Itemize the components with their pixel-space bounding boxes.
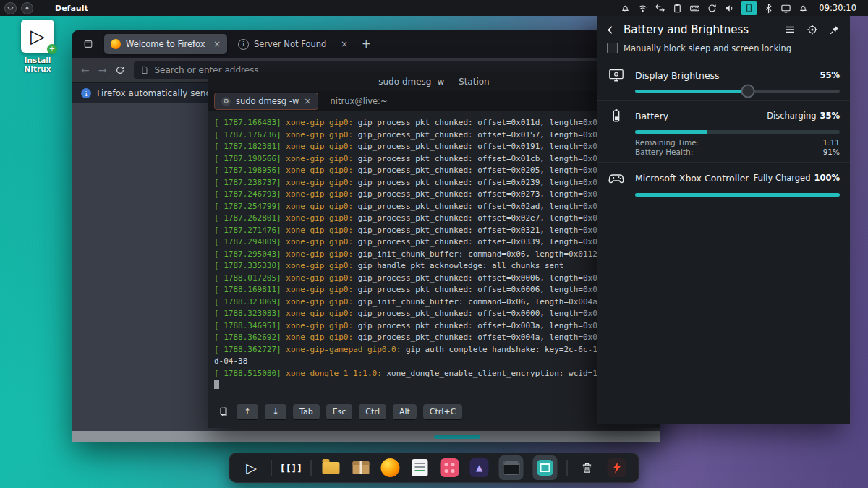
terminal-cursor xyxy=(214,380,219,389)
battery-health-label: Battery Health: xyxy=(635,147,693,156)
keyboard-icon[interactable] xyxy=(689,2,701,14)
terminal-keybar: ↑↓TabEscCtrlAltCtrl+C xyxy=(208,395,660,428)
terminal-line: [ 1787.182381] xone-gip gip0: gip_proces… xyxy=(214,141,654,153)
battery-health-value: 91% xyxy=(823,147,840,156)
purple-app-icon[interactable]: ▲ xyxy=(469,458,490,478)
terminal-line: [ 1787.335330] xone-gip gip0: gip_handle… xyxy=(214,260,654,273)
battery-charge-bar xyxy=(635,130,840,134)
nitrux-logo-icon[interactable]: ▷ xyxy=(242,458,262,478)
info-tab-icon: i xyxy=(238,39,249,50)
block-sleep-checkbox-row[interactable]: Manually block sleep and screen locking xyxy=(597,40,850,61)
game-controller-icon xyxy=(607,169,626,187)
terminal-key[interactable]: Ctrl+C xyxy=(423,404,462,419)
battery-label: Battery xyxy=(635,111,767,121)
nitrux-logo-icon: ▷ + xyxy=(21,20,54,53)
scrollbar-thumb[interactable] xyxy=(434,435,480,439)
tab-close-icon[interactable]: × xyxy=(304,96,311,106)
dock-separator xyxy=(271,460,272,476)
firefox-scrollbar[interactable] xyxy=(72,431,660,442)
terminal-line: d-04-38 xyxy=(214,356,654,368)
package-icon[interactable] xyxy=(351,458,371,478)
terminal-key[interactable]: Esc xyxy=(326,404,353,419)
install-label: Install Nitrux xyxy=(10,56,65,73)
terminal-line: [ 1788.515080] xone-dongle 1-1:1.0: xone… xyxy=(214,368,654,380)
dock-separator xyxy=(311,460,312,476)
terminal-tab-dmesg[interactable]: ⚙ sudo dmesg -w × xyxy=(214,93,318,110)
firefox-tab-server-not-found[interactable]: i Server Not Found × xyxy=(231,34,354,54)
battery-charge-fill xyxy=(635,130,707,134)
terminal-line: [ 1788.017205] xone-gip gip0: gip_proces… xyxy=(214,273,654,285)
gear-icon: ⚙ xyxy=(221,97,231,106)
station-terminal-window: sudo dmesg -w — Station ⚙ sudo dmesg -w … xyxy=(208,72,660,428)
tab-close-icon[interactable]: × xyxy=(213,39,221,49)
brightness-slider[interactable] xyxy=(635,90,840,93)
display-brightness-icon xyxy=(607,67,626,83)
controller-status: Fully Charged xyxy=(754,173,811,183)
top-panel: Default xyxy=(0,0,868,16)
terminal-key[interactable]: ↓ xyxy=(265,404,286,419)
clipboard-icon[interactable] xyxy=(671,2,684,14)
paste-icon[interactable] xyxy=(217,403,230,419)
controller-charge-bar xyxy=(635,193,840,197)
forward-button[interactable]: → xyxy=(98,64,107,76)
teal-app-active-icon[interactable] xyxy=(533,455,558,480)
remaining-time-row: Remaining Time: 1:11 xyxy=(635,138,840,147)
terminal-key[interactable]: Ctrl xyxy=(359,404,386,419)
slider-handle[interactable] xyxy=(741,85,754,98)
terminal-line xyxy=(214,380,654,392)
info-icon: i xyxy=(81,88,91,98)
station-active-icon[interactable] xyxy=(499,455,524,480)
controller-charge-fill xyxy=(635,193,840,197)
tab-overview-icon[interactable] xyxy=(80,35,97,53)
brightness-value: 55% xyxy=(820,70,840,80)
terminal-line: [ 1787.166483] xone-gip gip0: gip_proces… xyxy=(214,117,654,129)
terminal-titlebar[interactable]: sudo dmesg -w — Station xyxy=(208,72,660,91)
terminal-output[interactable]: [ 1787.166483] xone-gip gip0: gip_proces… xyxy=(208,111,660,395)
install-nitrux-desktop-icon[interactable]: ▷ + Install Nitrux xyxy=(10,20,65,73)
new-tab-button[interactable]: + xyxy=(362,38,371,51)
terminal-key[interactable]: Tab xyxy=(293,404,320,419)
launcher-circle-icon[interactable] xyxy=(21,2,33,14)
volume-icon[interactable] xyxy=(723,2,736,14)
firefox-tab-welcome[interactable]: Welcome to Firefox × xyxy=(104,34,227,54)
energy-icon[interactable] xyxy=(607,458,627,478)
checkbox[interactable] xyxy=(607,43,618,53)
notifications-icon[interactable] xyxy=(797,2,809,14)
brightness-row: Display Brightness 55% xyxy=(597,61,850,83)
trash-icon[interactable] xyxy=(577,458,597,478)
terminal-line: [ 1787.190566] xone-gip gip0: gip_proces… xyxy=(214,153,654,166)
refresh-icon[interactable] xyxy=(706,2,718,14)
network-arrows-icon[interactable] xyxy=(654,2,666,14)
terminal-key[interactable]: Alt xyxy=(393,404,417,419)
terminal-keybar-keys: ↑↓TabEscCtrlAltCtrl+C xyxy=(237,404,462,419)
remaining-time-label: Remaining Time: xyxy=(635,138,699,147)
hamburger-menu-icon[interactable] xyxy=(784,24,796,35)
configure-icon[interactable] xyxy=(807,24,818,35)
back-button[interactable]: ← xyxy=(81,64,90,76)
smartphone-icon[interactable] xyxy=(741,1,757,15)
clock: 09:30:10 xyxy=(819,3,856,13)
bluetooth-icon[interactable] xyxy=(762,2,775,14)
back-chevron-icon[interactable] xyxy=(605,25,616,35)
pink-app-icon[interactable] xyxy=(440,458,460,478)
document-app-icon[interactable] xyxy=(410,458,430,478)
terminal-line: [ 1787.271476] xone-gip gip0: gip_proces… xyxy=(214,225,654,237)
terminal-key[interactable]: ↑ xyxy=(237,404,258,419)
firefox-icon[interactable] xyxy=(380,458,401,478)
terminal-tab-shell[interactable]: nitrux@live:~ xyxy=(330,96,387,106)
battery-icon xyxy=(607,108,626,124)
pin-icon[interactable] xyxy=(829,25,840,35)
console-brackets-icon[interactable]: [[]] xyxy=(281,458,302,478)
terminal-line: [ 1788.346951] xone-gip gip0: gip_proces… xyxy=(214,320,654,333)
overview-icon[interactable] xyxy=(4,2,17,14)
terminal-line: [ 1788.362692] xone-gip gip0: gip_proces… xyxy=(214,332,654,344)
terminal-line: [ 1787.238737] xone-gip gip0: gip_proces… xyxy=(214,177,654,189)
display-icon[interactable] xyxy=(780,2,792,14)
reload-button[interactable] xyxy=(115,65,125,75)
files-folder-icon[interactable] xyxy=(321,458,341,478)
brightness-label: Display Brightness xyxy=(635,70,820,81)
terminal-line: [ 1787.198956] xone-gip gip0: gip_proces… xyxy=(214,165,654,177)
bell-icon[interactable] xyxy=(619,2,631,14)
tab-close-icon[interactable]: × xyxy=(341,39,348,49)
wifi-icon[interactable] xyxy=(637,2,649,14)
